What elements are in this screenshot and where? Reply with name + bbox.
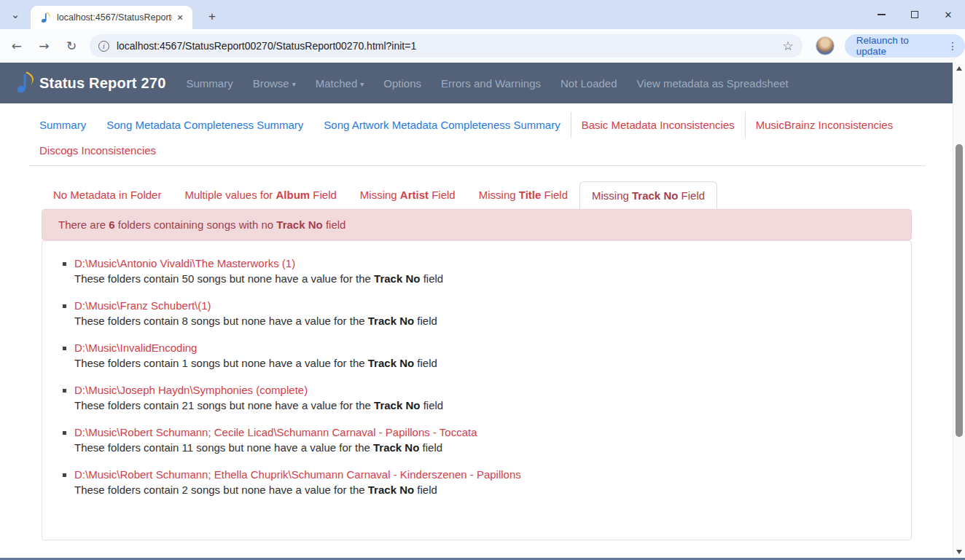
address-bar[interactable]: i localhost:4567/StatusReport00270/Statu… xyxy=(90,34,802,58)
folder-list-item: D:\Music\InvalidEncoding These folders c… xyxy=(74,342,911,369)
report-nav-basic-inconsistencies[interactable]: Basic Metadata Inconsistencies xyxy=(571,112,745,138)
window-controls: ✕ xyxy=(864,0,965,29)
field-subtabs: No Metadata in Folder Multiple values fo… xyxy=(42,181,912,209)
browser-toolbar: ← → ↻ i localhost:4567/StatusReport00270… xyxy=(0,29,965,63)
maximize-button[interactable] xyxy=(898,0,931,29)
report-nav-discogs-inconsistencies[interactable]: Discogs Inconsistencies xyxy=(29,138,166,163)
folder-panel: D:\Music\Antonio Vivaldi\The Masterworks… xyxy=(42,240,912,540)
browser-menu-icon[interactable]: ⋮ xyxy=(948,40,958,52)
relaunch-to-update-button[interactable]: Relaunch to update ⋮ xyxy=(845,34,965,58)
folder-list-item: D:\Music\Joseph Haydn\Symphonies (comple… xyxy=(74,384,911,411)
folder-description: These folders contain 50 songs but none … xyxy=(74,272,911,285)
report-nav-song-metadata-completeness[interactable]: Song Metadata Completeness Summary xyxy=(96,112,313,138)
subtab-missing-title[interactable]: Missing Title Field xyxy=(467,181,579,209)
folder-list-item: D:\Music\Franz Schubert\(1) These folder… xyxy=(74,299,911,327)
navbar-item-options[interactable]: Options xyxy=(383,77,421,90)
navbar-item-browse[interactable]: Browse▾ xyxy=(253,77,296,90)
profile-avatar[interactable] xyxy=(816,36,835,55)
relaunch-label: Relaunch to update xyxy=(856,35,940,57)
scroll-down-arrow-icon[interactable] xyxy=(956,550,962,554)
subtab-missing-artist[interactable]: Missing Artist Field xyxy=(348,181,467,209)
folder-link[interactable]: D:\Music\Franz Schubert\(1) xyxy=(74,299,211,312)
browser-window: ⌄ localhost:4567/StatusReport002 ✕ + ✕ ←… xyxy=(0,0,965,560)
chevron-down-icon: ⌄ xyxy=(11,8,20,21)
subtab-multiple-values-album[interactable]: Multiple values for Album Field xyxy=(173,181,348,209)
report-nav-song-artwork-completeness[interactable]: Song Artwork Metadata Completeness Summa… xyxy=(313,112,570,138)
folder-list-item: D:\Music\Robert Schumann; Ethella Chupri… xyxy=(74,468,911,496)
folder-description: These folders contain 2 songs but none h… xyxy=(74,484,911,496)
folder-description: These folders contain 1 songs but none h… xyxy=(74,357,911,369)
minimize-icon xyxy=(878,14,886,15)
app-navbar: Status Report 270 Summary Browse▾ Matche… xyxy=(0,63,953,103)
url-text[interactable]: localhost:4567/StatusReport00270/StatusR… xyxy=(117,40,777,52)
forward-button[interactable]: → xyxy=(34,35,55,57)
new-tab-button[interactable]: + xyxy=(203,7,222,26)
tab-search-button[interactable]: ⌄ xyxy=(6,5,25,24)
minimize-button[interactable] xyxy=(864,0,898,29)
caret-down-icon: ▾ xyxy=(292,80,296,88)
page-title: Status Report 270 xyxy=(39,75,165,92)
folder-link[interactable]: D:\Music\InvalidEncoding xyxy=(74,342,197,354)
maximize-icon xyxy=(911,11,918,18)
music-note-icon xyxy=(39,12,51,23)
close-button[interactable]: ✕ xyxy=(931,0,965,29)
folder-description: These folders contain 21 songs but none … xyxy=(74,399,911,411)
close-icon: ✕ xyxy=(945,9,953,20)
bookmark-star-icon[interactable]: ☆ xyxy=(782,39,793,53)
tab-close-icon[interactable]: ✕ xyxy=(173,11,187,24)
report-nav-summary[interactable]: Summary xyxy=(29,112,96,138)
subtab-missing-track-no[interactable]: Missing Track No Field xyxy=(579,181,717,209)
navbar-item-summary[interactable]: Summary xyxy=(186,77,233,90)
report-content: Summary Song Metadata Completeness Summa… xyxy=(0,103,953,558)
navbar-item-view-spreadsheet[interactable]: View metadata as Spreadsheet xyxy=(637,77,789,90)
folder-description: These folders contain 8 songs but none h… xyxy=(74,315,911,327)
back-button[interactable]: ← xyxy=(6,35,28,57)
folder-description: These folders contain 11 songs but none … xyxy=(74,441,911,454)
folder-link[interactable]: D:\Music\Antonio Vivaldi\The Masterworks… xyxy=(74,257,295,269)
browser-tab[interactable]: localhost:4567/StatusReport002 ✕ xyxy=(31,6,192,29)
folder-list-item: D:\Music\Antonio Vivaldi\The Masterworks… xyxy=(74,257,911,285)
navbar-item-errors-warnings[interactable]: Errors and Warnings xyxy=(441,77,541,90)
subtab-no-metadata-in-folder[interactable]: No Metadata in Folder xyxy=(42,181,173,209)
navbar-menu: Summary Browse▾ Matched▾ Options Errors … xyxy=(186,77,808,90)
site-info-icon[interactable]: i xyxy=(98,41,109,52)
app-logo-music-note-icon xyxy=(15,71,35,95)
caret-down-icon: ▾ xyxy=(360,80,364,88)
folder-list: D:\Music\Antonio Vivaldi\The Masterworks… xyxy=(42,257,911,496)
report-nav-musicbrainz-inconsistencies[interactable]: MusicBrainz Inconsistencies xyxy=(745,112,903,138)
tab-title: localhost:4567/StatusReport002 xyxy=(57,12,172,23)
navbar-item-not-loaded[interactable]: Not Loaded xyxy=(560,77,617,90)
alert-banner: There are 6 folders containing songs wit… xyxy=(42,209,912,240)
folder-list-item: D:\Music\Robert Schumann; Cecile Licad\S… xyxy=(74,426,911,454)
navbar-item-matched[interactable]: Matched▾ xyxy=(316,77,364,90)
folder-link[interactable]: D:\Music\Robert Schumann; Cecile Licad\S… xyxy=(74,426,477,438)
scroll-up-arrow-icon[interactable] xyxy=(956,66,962,71)
tab-strip: ⌄ localhost:4567/StatusReport002 ✕ + ✕ xyxy=(0,0,965,29)
folder-link[interactable]: D:\Music\Robert Schumann; Ethella Chupri… xyxy=(74,468,521,481)
reload-button[interactable]: ↻ xyxy=(60,35,82,57)
report-inner: No Metadata in Folder Multiple values fo… xyxy=(42,181,912,540)
report-section-nav: Summary Song Metadata Completeness Summa… xyxy=(29,103,926,166)
page-scrollbar[interactable] xyxy=(953,63,965,558)
folder-link[interactable]: D:\Music\Joseph Haydn\Symphonies (comple… xyxy=(74,384,308,396)
scrollbar-thumb[interactable] xyxy=(956,144,963,437)
